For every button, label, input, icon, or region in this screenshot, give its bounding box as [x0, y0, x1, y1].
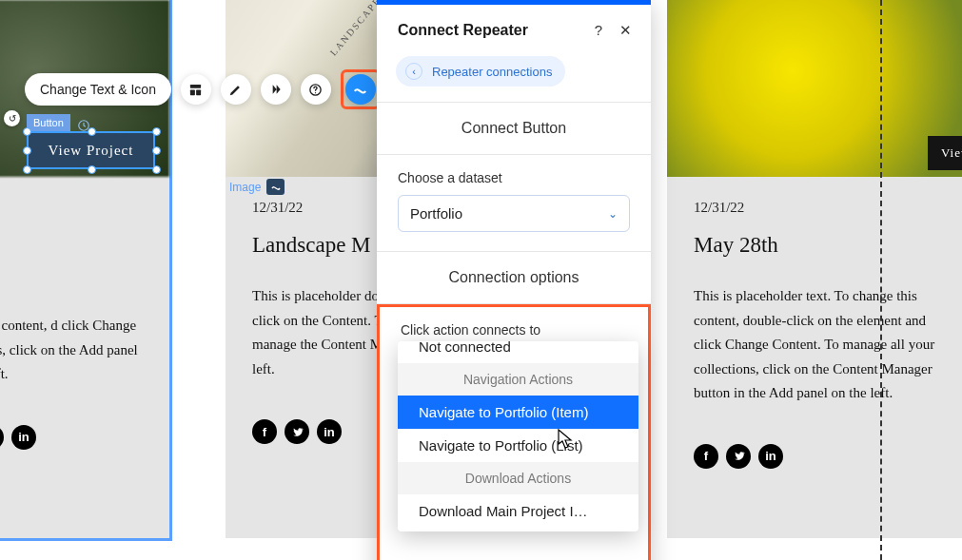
dropdown-item-portfolio-list[interactable]: Navigate to Portfolio (List): [398, 429, 638, 462]
dropdown-header-navigation: Navigation Actions: [398, 363, 638, 396]
selection-handle[interactable]: [152, 146, 161, 155]
selection-type-label: Button: [27, 114, 70, 131]
animation-icon[interactable]: [261, 74, 291, 105]
panel-header: Connect Repeater ? ✕: [377, 5, 651, 56]
svg-rect-1: [190, 84, 201, 87]
selection-handle[interactable]: [88, 127, 96, 136]
dataset-select[interactable]: Portfolio ⌄: [398, 195, 630, 232]
card-text: ange this content, d click Change ollect…: [0, 314, 143, 387]
facebook-icon[interactable]: f: [694, 444, 718, 469]
facebook-icon[interactable]: f: [252, 419, 277, 444]
view-project-button[interactable]: View Project: [27, 131, 155, 169]
linkedin-icon[interactable]: in: [317, 419, 342, 444]
dataset-value: Portfolio: [410, 205, 462, 222]
twitter-icon[interactable]: [0, 425, 4, 450]
repeater-connections-row: ‹ Repeater connections: [377, 56, 651, 103]
connect-data-icon[interactable]: [266, 179, 285, 195]
repeater-connections-label: Repeater connections: [432, 65, 552, 79]
repeater-connections-button[interactable]: ‹ Repeater connections: [396, 56, 565, 87]
card-image[interactable]: View: [667, 0, 962, 177]
element-toolbar: Change Text & Icon: [25, 69, 381, 109]
page-margin-guide: [880, 0, 882, 560]
selection-handle[interactable]: [152, 127, 161, 136]
dataset-field: Choose a dataset Portfolio ⌄: [377, 155, 651, 252]
chevron-left-icon: ‹: [405, 63, 422, 80]
repeater-card: View 12/31/22 May 28th This is placehold…: [667, 0, 962, 538]
dropdown-item-download-main[interactable]: Download Main Project I…: [398, 494, 638, 528]
change-text-button[interactable]: Change Text & Icon: [25, 73, 171, 106]
image-element-label: Image: [229, 179, 285, 195]
click-action-label: Click action connects to: [401, 322, 627, 338]
card-text: This is placeholder text. To change this…: [694, 284, 954, 406]
linkedin-icon[interactable]: in: [11, 425, 36, 450]
svg-rect-2: [190, 89, 195, 95]
view-project-button[interactable]: View: [928, 136, 962, 170]
history-icon[interactable]: ↺: [4, 110, 20, 126]
design-icon[interactable]: [221, 74, 251, 105]
selection-handle[interactable]: [88, 165, 96, 174]
selection-handle[interactable]: [23, 146, 31, 155]
panel-title: Connect Repeater: [398, 22, 528, 39]
help-icon[interactable]: [301, 74, 331, 105]
dropdown-item-portfolio-item[interactable]: Navigate to Portfolio (Item): [398, 396, 638, 429]
twitter-icon[interactable]: [285, 419, 309, 444]
connect-data-highlight: [341, 69, 381, 109]
connection-options-heading: Connection options: [377, 252, 651, 304]
close-icon[interactable]: ✕: [619, 22, 632, 39]
click-action-dropdown: Not connected Navigation Actions Navigat…: [398, 341, 638, 531]
dropdown-header-download: Download Actions: [398, 462, 638, 494]
linkedin-icon[interactable]: in: [758, 444, 783, 469]
selection-handle[interactable]: [23, 165, 31, 174]
connect-data-icon[interactable]: [345, 74, 376, 105]
twitter-icon[interactable]: [726, 444, 751, 469]
social-row: f in: [0, 425, 143, 450]
connect-button-heading: Connect Button: [377, 103, 651, 155]
selection-handle[interactable]: [152, 165, 161, 174]
dropdown-item-not-connected[interactable]: Not connected: [398, 341, 638, 363]
layout-icon[interactable]: [181, 74, 211, 105]
selection-handle[interactable]: [23, 127, 31, 136]
card-date: 12/31/22: [694, 200, 954, 216]
svg-point-5: [315, 92, 316, 93]
chevron-down-icon: ⌄: [608, 207, 618, 221]
card-body: ange this content, d click Change ollect…: [0, 177, 169, 538]
image-label-text: Image: [229, 181, 261, 194]
svg-rect-3: [197, 89, 202, 95]
choose-dataset-label: Choose a dataset: [398, 170, 630, 185]
help-icon[interactable]: ?: [595, 22, 602, 39]
social-row: f in: [694, 444, 954, 469]
card-body: 12/31/22 May 28th This is placeholder te…: [667, 177, 962, 538]
card-title: May 28th: [694, 233, 954, 258]
